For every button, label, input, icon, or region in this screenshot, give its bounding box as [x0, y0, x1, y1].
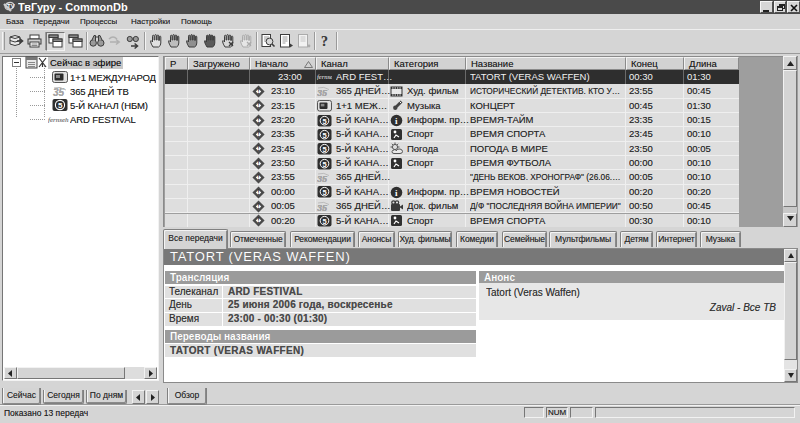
svg-text:TV: TV [7, 3, 15, 9]
svg-text:5: 5 [323, 116, 327, 125]
svg-text:5: 5 [323, 130, 327, 139]
svg-text:35: 35 [317, 203, 328, 213]
svg-text:35: 35 [317, 174, 328, 184]
svg-text:5: 5 [58, 101, 63, 110]
svg-text:5: 5 [323, 217, 327, 226]
svg-text:5: 5 [323, 145, 327, 154]
svg-text:!: ! [257, 102, 260, 111]
svg-text:!: ! [257, 87, 260, 96]
svg-text:!: ! [257, 173, 260, 182]
svg-text:5: 5 [323, 188, 327, 197]
svg-text:!: ! [257, 188, 260, 197]
svg-text:fernseh: fernseh [317, 73, 332, 80]
svg-text:?: ? [321, 34, 328, 49]
svg-text:!: ! [257, 216, 260, 225]
svg-text:fernseh: fernseh [48, 116, 69, 124]
svg-text:!: ! [257, 116, 260, 125]
svg-text:!: ! [257, 202, 260, 211]
svg-text:5: 5 [323, 159, 327, 168]
svg-text:!: ! [257, 145, 260, 154]
svg-text:!: ! [257, 159, 260, 168]
svg-text:!: ! [257, 130, 260, 139]
svg-text:35: 35 [317, 88, 328, 98]
